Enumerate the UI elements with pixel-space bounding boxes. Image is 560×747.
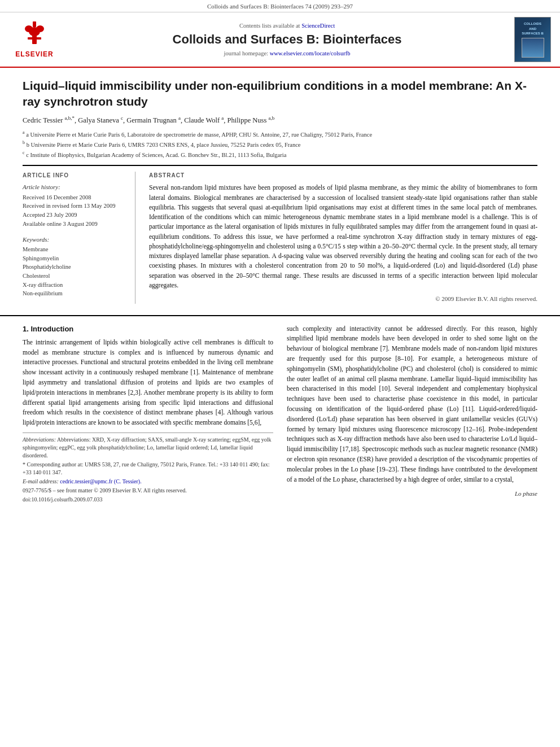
section1-title: 1. Introduction [23, 324, 273, 334]
contents-available-line: Contents lists available at ScienceDirec… [71, 22, 503, 30]
cover-thumbnail: COLLOIDSANDSURFACES B [514, 17, 551, 62]
sciencedirect-link[interactable]: ScienceDirect [301, 23, 335, 29]
body-two-col: 1. Introduction The intrinsic arrangemen… [23, 324, 537, 505]
article-history-label: Article history: [23, 183, 127, 191]
contents-text: Contents lists available at [239, 23, 300, 29]
journal-citation-bar: Colloids and Surfaces B: Biointerfaces 7… [0, 0, 560, 12]
received-date: Received 16 December 2008 [23, 194, 127, 202]
elsevier-logo: ELSEVIER [9, 20, 60, 59]
journal-homepage-line: journal homepage: www.elsevier.com/locat… [71, 50, 503, 58]
corresponding-note: * Corresponding author at: UMRS 538, 27,… [23, 461, 273, 477]
homepage-label: journal homepage: [224, 50, 268, 56]
svg-rect-3 [28, 37, 41, 40]
journal-cover-image: COLLOIDSANDSURFACES B [514, 17, 551, 62]
footnote-area: Abbreviations: Abbreviations: XRD, X-ray… [23, 433, 273, 504]
abstract-paragraph: Several non-random lipid mixtures have b… [149, 183, 537, 290]
keyword-phosphatidylcholine: Phosphatidylcholine [23, 263, 127, 272]
elsevier-logo-box: ELSEVIER [9, 20, 60, 59]
abstract-col: ABSTRACT Several non-random lipid mixtur… [149, 172, 537, 303]
keyword-sphingomyelin: Sphingomyelin [23, 255, 127, 263]
citation-text: Colloids and Surfaces B: Biointerfaces 7… [207, 3, 353, 10]
info-abstract-section: ARTICLE INFO Article history: Received 1… [23, 165, 537, 303]
intro-para-1: The intrinsic arrangement of lipids with… [23, 338, 273, 428]
elsevier-tree-icon [18, 20, 51, 49]
keywords-section: Keywords: Membrane Sphingomyelin Phospha… [23, 235, 127, 299]
keyword-cholesterol: Cholesterol [23, 272, 127, 281]
authors-text: Cedric Tessier a,b,*, Galya Staneva c, G… [23, 116, 274, 124]
svg-point-5 [36, 25, 44, 32]
svg-point-4 [25, 25, 33, 32]
issn-note: 0927-7765/$ – see front matter © 2009 El… [23, 487, 273, 495]
keywords-label: Keywords: [23, 235, 127, 244]
affiliations: a a Universite Pierre et Marie Curie Par… [23, 129, 537, 160]
email-note: E-mail address: cedric.tessier@upmc.fr (… [23, 478, 273, 486]
article-info-label: ARTICLE INFO [23, 172, 127, 180]
article-info-col: ARTICLE INFO Article history: Received 1… [23, 172, 135, 303]
received-revised-date: Received in revised form 13 May 2009 [23, 202, 127, 211]
article-title: Liquid–liquid immiscibility under non-eq… [23, 78, 537, 109]
affiliation-a: a a Universite Pierre et Marie Curie Par… [23, 129, 537, 139]
authors-line: Cedric Tessier a,b,*, Galya Staneva c, G… [23, 115, 537, 126]
copyright-text: © 2009 Elsevier B.V. All rights reserved… [149, 295, 537, 303]
journal-center: Contents lists available at ScienceDirec… [71, 22, 503, 58]
homepage-url[interactable]: www.elsevier.com/locate/colsurfb [270, 50, 351, 56]
svg-rect-0 [33, 21, 36, 27]
keyword-nonequilibrium: Non-equilibrium [23, 290, 127, 298]
journal-header: ELSEVIER Contents lists available at Sci… [0, 12, 560, 68]
lo-phase-note: Lo phase [287, 488, 537, 499]
abstract-label: ABSTRACT [149, 172, 537, 180]
affiliation-c: c c Institute of Biophysics, Bulgarian A… [23, 150, 537, 159]
intro-para-2: such complexity and interactivity cannot… [287, 324, 537, 485]
body-left-col: 1. Introduction The intrinsic arrangemen… [23, 324, 273, 505]
article-area: Liquid–liquid immiscibility under non-eq… [0, 68, 560, 309]
journal-title: Colloids and Surfaces B: Biointerfaces [71, 32, 503, 47]
available-date: Available online 3 August 2009 [23, 220, 127, 229]
abbreviations-note: Abbreviations: Abbreviations: XRD, X-ray… [23, 436, 273, 460]
keyword-membrane: Membrane [23, 246, 127, 254]
affiliation-b: b b Universite Pierre et Marie Curie Par… [23, 139, 537, 149]
doi-note: doi:10.1016/j.colsurfb.2009.07.033 [23, 496, 273, 504]
email-link[interactable]: cedric.tessier@upmc.fr (C. Tessier). [60, 478, 141, 484]
elsevier-label: ELSEVIER [15, 50, 53, 59]
accepted-date: Accepted 23 July 2009 [23, 211, 127, 220]
keyword-xray: X-ray diffraction [23, 281, 127, 290]
abstract-text: Several non-random lipid mixtures have b… [149, 183, 537, 290]
body-right-col: such complexity and interactivity cannot… [287, 324, 537, 505]
body-content: 1. Introduction The intrinsic arrangemen… [0, 315, 560, 511]
